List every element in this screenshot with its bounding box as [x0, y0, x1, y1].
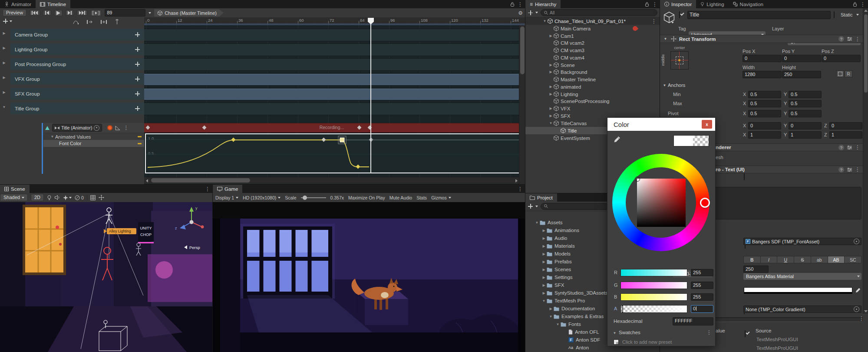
b-slider[interactable]	[620, 293, 687, 301]
grid-visibility-icon[interactable]	[90, 195, 96, 200]
table-row-source[interactable]: TextMeshProUGUI	[756, 337, 798, 342]
hex-field[interactable]: FFFFFF	[673, 317, 713, 325]
table-row-source[interactable]: TextMeshProUGUI	[756, 345, 798, 351]
rotation-z-field[interactable]: 0	[829, 122, 862, 130]
frame-field[interactable]: 89	[105, 9, 145, 17]
tab-timeline[interactable]: Timeline	[36, 0, 70, 8]
group-expand-arrow[interactable]: ▶	[1, 31, 7, 35]
cull-mesh-checkbox[interactable]	[744, 173, 745, 180]
blueprint-mode-button[interactable]	[836, 70, 844, 77]
curve-key[interactable]	[231, 138, 236, 142]
anchor-preset-widget[interactable]	[670, 51, 689, 70]
expand-arrow[interactable]: ▶	[541, 291, 547, 295]
object-picker-icon[interactable]	[854, 306, 859, 312]
sv-selector[interactable]	[635, 176, 640, 182]
caret-down-icon[interactable]	[535, 12, 538, 13]
tab-hierarchy[interactable]: ≡ Hierarchy	[525, 0, 561, 8]
width-field[interactable]: 1280	[743, 71, 782, 78]
object-picker-icon[interactable]	[854, 239, 859, 244]
expand-arrow[interactable]: ▶	[548, 92, 554, 96]
settings-gear-icon[interactable]: ⚙	[518, 10, 523, 16]
r-slider[interactable]	[620, 269, 687, 276]
style-smallcaps-button[interactable]: SC	[845, 256, 861, 263]
previous-frame-button[interactable]	[43, 10, 51, 16]
curve-key-selected[interactable]	[340, 138, 344, 142]
gizmos-dropdown[interactable]: Gizmos	[431, 195, 451, 200]
a-value-field[interactable]: 0	[691, 305, 713, 313]
kebab-icon[interactable]: ⋮	[855, 37, 860, 42]
hierarchy-item[interactable]: ▶ animated	[525, 83, 660, 90]
expand-arrow[interactable]: ▶	[548, 106, 554, 110]
expand-arrow[interactable]: ▶	[541, 229, 547, 232]
style-uppercase-button[interactable]: AB	[828, 256, 845, 263]
font-asset-field[interactable]: F Bangers SDF (TMP_FontAsset)	[743, 238, 861, 245]
eyedropper-icon[interactable]	[613, 136, 620, 143]
scene-lighting-icon[interactable]	[47, 195, 52, 200]
scroll-thumb[interactable]	[520, 27, 525, 74]
lock-icon[interactable]	[645, 2, 649, 7]
static-caret[interactable]	[856, 14, 859, 16]
add-in-group-icon[interactable]	[135, 62, 140, 66]
kebab-icon[interactable]: ⋮	[518, 186, 523, 192]
kebab-icon[interactable]: ⋮	[706, 330, 712, 335]
tab-lighting[interactable]: Lighting	[696, 0, 728, 8]
pivot-y-field[interactable]: 0.5	[789, 110, 822, 117]
track-group-postprocessing[interactable]: Post Processing Group	[10, 58, 144, 70]
stats-toggle[interactable]: Stats	[416, 195, 427, 200]
expand-arrow[interactable]: ▶	[548, 34, 554, 38]
sfx-clip[interactable]	[144, 89, 519, 100]
presets-icon[interactable]	[847, 167, 852, 172]
frame-options-caret[interactable]	[149, 12, 151, 14]
shading-mode-dropdown[interactable]: Shaded	[0, 194, 28, 201]
curve-view-toggle-icon[interactable]	[115, 126, 121, 130]
tab-game[interactable]: Game	[213, 185, 242, 193]
vertex-color-field[interactable]	[744, 287, 852, 294]
alpha-handle[interactable]	[622, 306, 623, 312]
lane-sfx[interactable]	[144, 88, 519, 100]
expand-arrow[interactable]: ▼	[555, 322, 561, 326]
expand-arrow[interactable]: ▶	[548, 114, 554, 118]
color-gradient-field[interactable]: None (TMP_Color Gradient)	[743, 306, 861, 313]
hierarchy-item-scene-root[interactable]: ▼ Chase_Titles_Unit_09_Part_01* ⋮	[525, 17, 660, 25]
expand-arrow[interactable]: ▼	[534, 221, 540, 225]
curve-editor[interactable]: 1.0 0.5	[145, 133, 522, 173]
vfx-clip[interactable]	[144, 74, 519, 85]
kebab-icon[interactable]: ⋮	[860, 2, 865, 7]
expand-arrow[interactable]: ▼	[548, 121, 554, 125]
saturation-value-square[interactable]	[637, 179, 686, 227]
r-value-field[interactable]: 255	[691, 269, 713, 276]
scene-audio-icon[interactable]	[55, 195, 60, 200]
height-field[interactable]: 250	[782, 71, 821, 78]
expand-arrow[interactable]: ▶	[541, 252, 547, 256]
playhead-line[interactable]	[370, 24, 371, 173]
lane-vfx[interactable]	[144, 73, 519, 86]
curve-key[interactable]	[356, 165, 360, 169]
scroll-down-arrow[interactable]	[864, 310, 868, 312]
expand-arrow[interactable]: ▼	[541, 299, 547, 303]
tab-navigation[interactable]: Navigation	[729, 0, 768, 8]
text-input-area[interactable]	[712, 187, 861, 219]
style-italic-button[interactable]: I	[761, 256, 778, 263]
play-range-button[interactable]	[90, 10, 102, 16]
current-color-swatch[interactable]	[673, 135, 709, 146]
expand-arrow[interactable]: ▶	[548, 63, 554, 67]
raw-edit-button[interactable]: R	[845, 70, 852, 77]
expand-arrow[interactable]: ▶	[548, 85, 554, 89]
override-tags-checkbox[interactable]	[745, 330, 746, 337]
hierarchy-item[interactable]: CM vcam4	[525, 54, 660, 61]
add-in-group-icon[interactable]	[135, 91, 140, 96]
a-slider[interactable]	[620, 305, 687, 313]
kebab-icon[interactable]: ⋮	[652, 2, 657, 7]
edit-mode-mix-icon[interactable]	[86, 20, 92, 24]
caret-down-icon[interactable]	[535, 206, 538, 207]
maximize-on-play-toggle[interactable]: Maximize On Play	[348, 195, 385, 200]
expand-arrow[interactable]: ▶	[541, 244, 547, 248]
hierarchy-item[interactable]: ▶ Background	[525, 68, 660, 76]
resolution-dropdown[interactable]: HD (1920x1080)	[243, 195, 281, 200]
lock-icon[interactable]	[853, 2, 857, 7]
track-name-pill[interactable]: Title (Animator)	[52, 124, 102, 132]
swatches-label[interactable]: Swatches	[619, 330, 640, 335]
pivot-x-field[interactable]: 0.5	[748, 110, 781, 117]
track-group-lighting[interactable]: Lighting Group	[10, 43, 144, 55]
kebab-icon[interactable]: ⋮	[855, 145, 860, 150]
